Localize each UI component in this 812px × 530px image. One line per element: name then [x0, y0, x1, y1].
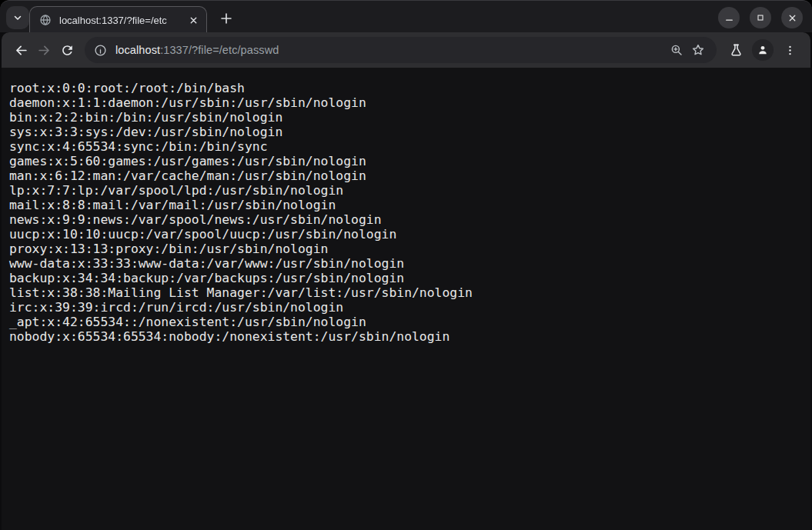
close-icon: [787, 13, 797, 23]
tab-localhost[interactable]: localhost:1337/?file=/etc: [29, 6, 207, 33]
three-dots-vertical-icon: [784, 44, 797, 57]
back-button[interactable]: [9, 38, 32, 62]
person-icon: [757, 44, 769, 56]
minimize-icon: [724, 13, 734, 23]
window-controls: [718, 7, 803, 28]
minimize-button[interactable]: [718, 7, 740, 28]
new-tab-button[interactable]: [216, 8, 237, 29]
browser-card: localhost:1337/?file=/etc/passwd: [2, 32, 810, 530]
site-info-icon[interactable]: [89, 39, 111, 61]
chevron-down-icon: [12, 12, 23, 23]
file-content: root:x:0:0:root:/root:/bin/bash daemon:x…: [2, 68, 810, 357]
labs-button[interactable]: [724, 38, 747, 62]
refresh-icon: [60, 43, 75, 58]
menu-button[interactable]: [778, 38, 801, 62]
profile-button[interactable]: [752, 39, 774, 61]
magnifier-plus-icon[interactable]: [666, 39, 687, 61]
flask-icon: [729, 43, 743, 58]
toolbar: localhost:1337/?file=/etc/passwd: [2, 32, 810, 68]
maximize-button[interactable]: [750, 7, 771, 28]
arrow-left-icon: [14, 43, 28, 58]
url-text: localhost:1337/?file=/etc/passwd: [115, 44, 666, 56]
tab-title: localhost:1337/?file=/etc: [59, 15, 186, 26]
tab-strip: localhost:1337/?file=/etc: [0, 0, 812, 32]
browser-window: localhost:1337/?file=/etc: [0, 0, 812, 530]
plus-icon: [219, 12, 233, 25]
tab-search-button[interactable]: [6, 6, 29, 29]
page-content[interactable]: root:x:0:0:root:/root:/bin/bash daemon:x…: [2, 68, 810, 530]
tab-close-icon[interactable]: [186, 13, 200, 27]
globe-icon: [39, 14, 52, 26]
address-bar[interactable]: localhost:1337/?file=/etc/passwd: [85, 37, 717, 63]
maximize-icon: [756, 13, 765, 22]
close-window-button[interactable]: [781, 7, 803, 28]
url-host: localhost: [115, 44, 160, 56]
arrow-right-icon: [37, 43, 52, 58]
url-rest: :1337/?file=/etc/passwd: [160, 44, 279, 56]
forward-button[interactable]: [32, 38, 55, 62]
bookmark-star-icon[interactable]: [687, 39, 709, 61]
reload-button[interactable]: [55, 38, 79, 62]
